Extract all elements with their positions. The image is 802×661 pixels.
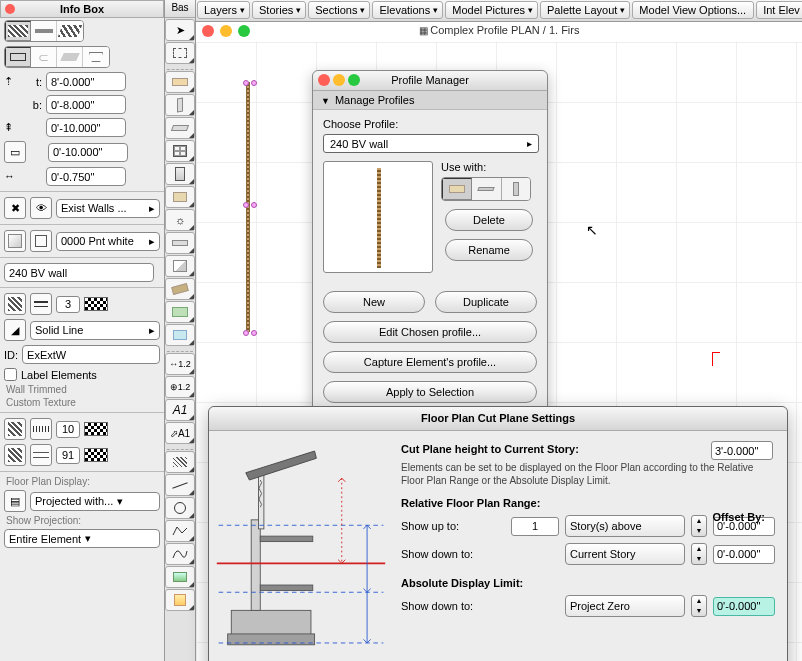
figure-tool-button[interactable] — [165, 566, 195, 588]
cut-plane-title[interactable]: Floor Plan Cut Plane Settings — [209, 407, 787, 431]
show-proj-select[interactable]: Entire Element — [4, 529, 160, 548]
hotspot-tool-button[interactable] — [165, 589, 195, 611]
column-tool-button[interactable] — [165, 94, 195, 116]
cut-plane-height-input[interactable]: 3'-0.000" — [711, 441, 773, 460]
fill-bg-icon[interactable] — [30, 444, 52, 466]
beam-tool-button[interactable] — [165, 117, 195, 139]
marquee-tool-button[interactable] — [165, 42, 195, 64]
pen3-input[interactable] — [56, 447, 80, 464]
selection-handle[interactable] — [243, 80, 249, 86]
zoom-icon[interactable] — [348, 74, 360, 86]
use-with-segmented[interactable] — [441, 177, 531, 201]
line-type-icon[interactable] — [30, 293, 52, 315]
selection-handle[interactable] — [243, 330, 249, 336]
override-bg-icon[interactable] — [4, 444, 26, 466]
roof-tool-button[interactable] — [165, 278, 195, 300]
profile-manager-title[interactable]: Profile Manager — [313, 71, 547, 91]
reference-line-icon[interactable]: ◢ — [4, 319, 26, 341]
slab-tool-button[interactable] — [165, 232, 195, 254]
arrow-tool-button[interactable]: ➤ — [165, 19, 195, 41]
lamp-tool-button[interactable]: ☼ — [165, 209, 195, 231]
visibility-icon[interactable]: ✖ — [4, 197, 26, 219]
top-height-input[interactable]: 8'-0.000" — [46, 72, 126, 91]
level-dim-tool-button[interactable]: ⊕1.2 — [165, 376, 195, 398]
layer-select[interactable]: Exist Walls ... — [56, 199, 160, 218]
show-down2-stepper[interactable]: ▲▼ — [691, 595, 707, 617]
pen2-input[interactable] — [56, 421, 80, 438]
elev2-input[interactable]: 0'-10.000" — [48, 143, 128, 162]
selection-handle[interactable] — [251, 330, 257, 336]
rename-button[interactable]: Rename — [445, 239, 533, 261]
duplicate-button[interactable]: Duplicate — [435, 291, 537, 313]
menu-palette-layout[interactable]: Palette Layout — [540, 1, 630, 19]
selection-handle[interactable] — [251, 202, 257, 208]
show-up-dropdown[interactable]: Story(s) above — [565, 515, 685, 537]
fp-display-select[interactable]: Projected with... — [30, 492, 160, 511]
wall-tool-button[interactable] — [165, 71, 195, 93]
mesh-tool-button[interactable] — [165, 301, 195, 323]
menu-sections[interactable]: Sections — [308, 1, 370, 19]
drawing-canvas[interactable]: ↖ Profile Manager Manage Profiles Choose… — [196, 42, 802, 661]
wall-mode-segmented[interactable] — [4, 20, 84, 42]
thickness-input[interactable]: 0'-0.750" — [46, 167, 126, 186]
menu-stories[interactable]: Stories — [252, 1, 306, 19]
line-tool-button[interactable] — [165, 474, 195, 496]
pen1-input[interactable] — [56, 296, 80, 313]
pen3-swatch[interactable] — [84, 448, 108, 462]
fill-display-icon[interactable] — [30, 418, 52, 440]
show-down2-dropdown[interactable]: Project Zero — [565, 595, 685, 617]
object-tool-button[interactable] — [165, 186, 195, 208]
text-tool-button[interactable]: A1 — [165, 399, 195, 421]
menu-model-view-options[interactable]: Model View Options... — [632, 1, 754, 19]
cut-display-icon[interactable] — [4, 293, 26, 315]
new-button[interactable]: New — [323, 291, 425, 313]
close-icon[interactable] — [318, 74, 330, 86]
polyline-tool-button[interactable] — [165, 520, 195, 542]
delete-button[interactable]: Delete — [445, 209, 533, 231]
story-ref-button[interactable]: ▭ — [4, 141, 26, 163]
label-tool-button[interactable]: ⬀A1 — [165, 422, 195, 444]
show-down1-stepper[interactable]: ▲▼ — [691, 543, 707, 565]
minimize-icon[interactable] — [333, 74, 345, 86]
show-down2-offset[interactable]: 0'-0.000" — [713, 597, 775, 616]
window-tool-button[interactable] — [165, 140, 195, 162]
close-icon[interactable] — [5, 4, 15, 14]
menu-int-elev[interactable]: Int Elev — [756, 1, 802, 19]
show-up-stepper[interactable]: ▲▼ — [691, 515, 707, 537]
selection-handle[interactable] — [251, 80, 257, 86]
label-elements-checkbox[interactable] — [4, 368, 17, 381]
geometry-mode-segmented[interactable]: ⊂ — [4, 46, 110, 68]
eye-icon[interactable]: 👁 — [30, 197, 52, 219]
material-swatch-icon[interactable] — [4, 230, 26, 252]
material-box-icon[interactable] — [30, 230, 52, 252]
pen1-swatch[interactable] — [84, 297, 108, 311]
dimension-tool-button[interactable]: ↔1.2 — [165, 353, 195, 375]
selection-handle[interactable] — [243, 202, 249, 208]
apply-selection-button[interactable]: Apply to Selection — [323, 381, 537, 403]
menu-model-pictures[interactable]: Model Pictures — [445, 1, 538, 19]
manage-profiles-section[interactable]: Manage Profiles — [313, 91, 547, 110]
choose-profile-dropdown[interactable]: 240 BV wall — [323, 134, 539, 153]
show-up-input[interactable] — [511, 517, 559, 536]
profile-display[interactable]: 240 BV wall — [4, 263, 154, 282]
elev1-input[interactable]: 0'-10.000" — [46, 118, 126, 137]
zone-tool-button[interactable] — [165, 324, 195, 346]
menu-elevations[interactable]: Elevations — [372, 1, 443, 19]
material-select[interactable]: 0000 Pnt white — [56, 232, 160, 251]
fill-tool-button[interactable] — [165, 451, 195, 473]
stair-tool-button[interactable] — [165, 255, 195, 277]
door-tool-button[interactable] — [165, 163, 195, 185]
capture-profile-button[interactable]: Capture Element's profile... — [323, 351, 537, 373]
line-type-select[interactable]: Solid Line — [30, 321, 160, 340]
override-surf-icon[interactable] — [4, 418, 26, 440]
fp-display-icon[interactable]: ▤ — [4, 490, 26, 512]
pen2-swatch[interactable] — [84, 422, 108, 436]
edit-profile-button[interactable]: Edit Chosen profile... — [323, 321, 537, 343]
show-down1-offset[interactable]: 0'-0.000" — [713, 545, 775, 564]
id-input[interactable]: ExExtW — [22, 345, 160, 364]
spline-tool-button[interactable] — [165, 543, 195, 565]
menu-layers[interactable]: Layers — [197, 1, 250, 19]
show-down1-dropdown[interactable]: Current Story — [565, 543, 685, 565]
bottom-height-input[interactable]: 0'-8.000" — [46, 95, 126, 114]
circle-tool-button[interactable] — [165, 497, 195, 519]
